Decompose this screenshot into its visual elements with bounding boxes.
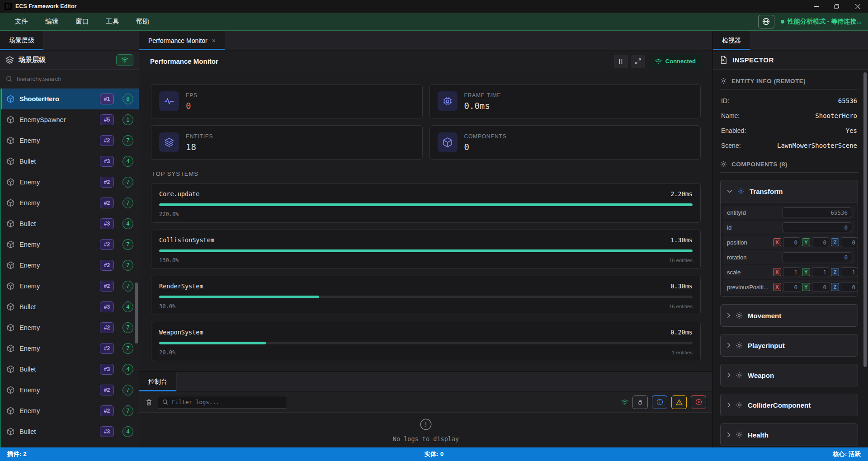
hierarchy-item[interactable]: Enemy #2 7 [1,234,139,255]
metric-label: FPS [186,92,198,99]
entity-info-section-header: ENTITY INFO (REMOTE) [720,78,858,89]
inspector-scrollbar[interactable] [863,72,867,367]
property-label: position [727,239,773,246]
entity-name: ShooterHero [19,95,95,103]
menu-item[interactable]: 编辑 [37,13,67,30]
components-section-header: COMPONENTS (8) [720,161,858,173]
globe-button[interactable] [758,15,774,28]
titlebar: ECS Framework Editor [0,0,868,13]
component-name: Health [748,431,769,439]
tab-console[interactable]: 控制台 [139,372,177,391]
axis-z-badge: Z [831,238,839,246]
axis-y-input[interactable] [812,237,829,247]
entity-name: Bullet [19,303,95,310]
pause-button[interactable] [614,55,627,68]
entity-name: Enemy [19,407,95,414]
entity-count-badge: 7 [123,405,133,416]
axis-x-input[interactable] [783,237,800,247]
tab-scene-hierarchy[interactable]: 场景层级 [0,31,44,50]
menu-item[interactable]: 帮助 [127,13,158,30]
warning-filter-button[interactable] [671,395,687,409]
system-card: WeaponSystem 0.20ms 20.0% 1 entities [151,322,701,361]
info-filter-button[interactable] [652,395,667,409]
hierarchy-item[interactable]: Enemy #2 7 [1,255,139,276]
tab-close-icon[interactable]: × [212,37,216,44]
property-input[interactable] [783,252,851,262]
hierarchy-item[interactable]: Enemy #2 7 [1,380,139,400]
transform-header[interactable]: Transform [721,180,858,202]
hierarchy-item[interactable]: Bullet #3 4 [1,151,139,172]
hierarchy-item[interactable]: Bullet #3 4 [1,359,139,380]
component-header[interactable]: ColliderComponent [721,394,858,416]
system-progress-track [159,203,693,206]
close-button[interactable] [847,0,868,13]
entity-cube-icon [7,428,14,436]
axis-x-input[interactable] [783,282,800,292]
property-input[interactable] [783,207,851,217]
hierarchy-item[interactable]: Enemy #2 7 [1,400,139,421]
log-filter-input[interactable] [172,399,283,405]
entity-tag-badge: #2 [100,343,114,354]
entity-cube-icon [7,344,14,353]
entity-tag-badge: #2 [100,239,114,250]
hierarchy-item[interactable]: Enemy #2 7 [1,172,139,193]
hierarchy-search-input[interactable] [17,75,133,82]
hierarchy-item[interactable]: Bullet #3 4 [1,213,139,234]
menu-item[interactable]: 窗口 [67,13,97,30]
statusbar-core: 核心: 活跃 [833,450,861,458]
entity-count-badge: 4 [123,301,133,312]
debug-filter-button[interactable] [632,395,648,409]
clear-logs-button[interactable] [146,399,152,406]
tab-inspector[interactable]: 检视器 [713,31,750,50]
no-logs-text: No logs to display [393,435,459,442]
component-card-transform: Transform entityId id position XYZ rotat… [720,180,858,297]
axis-z-input[interactable] [841,282,858,292]
system-name: RenderSystem [159,282,203,290]
axis-y-input[interactable] [812,267,829,277]
entity-count-badge: 4 [123,156,133,167]
entity-name: Enemy [19,345,95,352]
search-icon [6,75,13,82]
axis-x-input[interactable] [783,267,800,277]
component-header[interactable]: Weapon [721,364,858,386]
restore-button[interactable] [826,0,847,13]
tab-performance-monitor[interactable]: Performance Monitor × [139,31,225,50]
hierarchy-item[interactable]: Enemy #2 7 [1,193,139,213]
system-name: Core.update [159,190,199,198]
gear-icon [720,78,727,85]
entity-count-badge: 7 [123,385,133,395]
expand-button[interactable] [632,55,645,68]
property-row: previousPositi... XYZ [723,280,855,294]
hierarchy-item[interactable]: Enemy #2 7 [1,276,139,296]
menu-item[interactable]: 文件 [6,13,37,30]
hierarchy-scrollbar[interactable] [135,282,138,343]
minimize-button[interactable] [806,0,826,13]
property-input[interactable] [783,222,851,232]
property-row: id [723,221,855,234]
hierarchy-item[interactable]: Enemy #2 7 [1,130,139,151]
hierarchy-item[interactable]: Enemy #2 7 [1,317,139,338]
system-progress-fill [159,249,693,252]
entity-tag-badge: #3 [100,156,114,167]
hierarchy-item[interactable]: Bullet #3 4 [1,296,139,317]
entity-name: Enemy [19,324,95,331]
axis-y-input[interactable] [812,282,829,292]
entity-tag-badge: #2 [100,322,114,333]
error-filter-button[interactable] [691,395,706,409]
pulse-icon [159,91,179,111]
component-header[interactable]: PlayerInput [721,334,858,356]
hierarchy-title: 场景层级 [19,56,46,64]
property-row: scale XYZ [723,265,855,279]
hierarchy-connect-button[interactable] [116,54,133,66]
hierarchy-item[interactable]: ShooterHero #1 8 [1,89,139,109]
entity-count-badge: 1 [123,114,133,125]
hierarchy-item[interactable]: EnemySpawner #5 1 [1,109,139,130]
hierarchy-item[interactable]: Enemy #2 7 [1,338,139,359]
axis-z-input[interactable] [841,267,858,277]
menu-item[interactable]: 工具 [97,13,127,30]
entity-cube-icon [7,261,14,269]
component-header[interactable]: Health [721,424,858,446]
hierarchy-item[interactable]: Bullet #3 4 [1,421,139,442]
component-header[interactable]: Movement [721,305,858,326]
axis-z-input[interactable] [841,237,858,247]
